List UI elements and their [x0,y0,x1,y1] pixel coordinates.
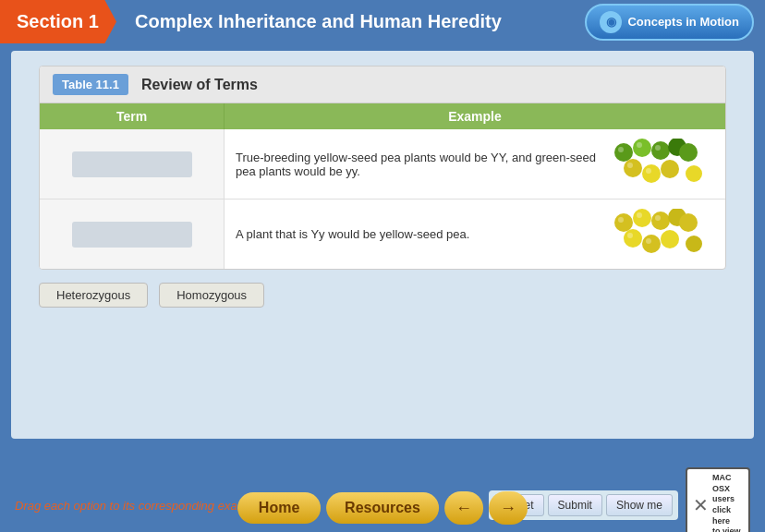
pea-image-1 [613,139,714,189]
svg-point-25 [655,215,661,221]
table-row: A plant that is Yy would be yellow-seed … [40,200,725,269]
home-button[interactable]: Home [237,492,321,524]
svg-point-27 [646,238,651,244]
submit-button[interactable]: Submit [548,494,602,516]
mac-os-box[interactable]: ✕ MAC OSX users click here to view. [686,467,750,532]
svg-point-20 [661,230,679,248]
table-number: Table 11.1 [53,74,128,95]
drag-options: Heterozygous Homozygous [39,283,726,308]
main-content: Table 11.1 Review of Terms Term Example … [11,51,754,439]
svg-point-22 [686,236,702,252]
svg-point-2 [651,141,670,160]
svg-point-16 [651,212,670,230]
svg-point-26 [627,233,633,238]
header: Section 1 Complex Inheritance and Human … [0,0,765,43]
term-drop-zone-1[interactable] [72,151,192,177]
table-title-bar: Table 11.1 Review of Terms [40,66,725,103]
section-label: Section 1 [17,11,99,32]
svg-point-7 [679,143,698,162]
svg-point-15 [633,209,651,227]
svg-point-1 [633,139,651,157]
forward-arrow-button[interactable]: → [489,491,528,525]
drag-option-heterozygous[interactable]: Heterozygous [39,283,148,308]
review-table: Table 11.1 Review of Terms Term Example … [39,66,726,270]
svg-point-21 [679,213,698,232]
example-text-2: A plant that is Yy would be yellow-seed … [236,227,601,241]
column-header-term: Term [40,103,225,129]
svg-point-14 [614,213,633,232]
section-badge: Section 1 [0,0,116,43]
svg-point-10 [637,142,642,148]
svg-point-13 [646,168,651,174]
svg-point-0 [614,143,633,162]
nav-bar: Home Resources ← → [237,491,528,532]
table-header: Term Example [40,103,725,129]
svg-point-6 [661,160,679,178]
svg-point-8 [686,165,702,182]
page-title: Complex Inheritance and Human Heredity [135,11,502,32]
mac-text: MAC OSX users click here to view. [712,473,743,532]
svg-point-19 [642,235,661,253]
svg-point-5 [642,164,661,183]
svg-point-24 [637,212,642,218]
mac-logo-icon: ✕ [693,494,709,516]
svg-point-23 [618,217,624,223]
table-title: Review of Terms [141,77,258,93]
show-me-button[interactable]: Show me [606,494,673,516]
example-cell-2: A plant that is Yy would be yellow-seed … [225,200,725,269]
concepts-icon: ◉ [600,11,622,33]
back-arrow-button[interactable]: ← [444,491,483,525]
svg-point-11 [655,145,661,151]
svg-point-4 [624,159,642,177]
svg-point-18 [624,229,642,248]
svg-point-9 [618,147,624,152]
concepts-in-motion-badge[interactable]: ◉ Concepts in Motion [585,4,754,41]
svg-point-12 [627,163,633,168]
drag-option-homozygous[interactable]: Homozygous [159,283,264,308]
column-header-example: Example [225,103,725,129]
resources-button[interactable]: Resources [326,492,439,524]
term-cell-2[interactable] [40,200,225,269]
example-text-1: True-breeding yellow-seed pea plants wou… [236,151,601,178]
term-drop-zone-2[interactable] [72,222,192,248]
table-row: True-breeding yellow-seed pea plants wou… [40,129,725,200]
term-cell-1[interactable] [40,129,225,199]
example-cell-1: True-breeding yellow-seed pea plants wou… [225,129,725,199]
bottom-right: Reset Submit Show me ✕ MAC OSX users cli… [489,467,750,532]
concepts-text: Concepts in Motion [627,15,739,29]
pea-image-2 [613,209,714,260]
